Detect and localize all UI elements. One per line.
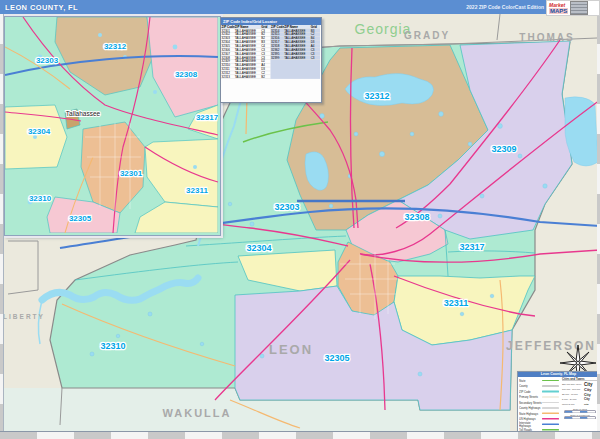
zip-index-title: ZIP Code Index/Grid Locator — [221, 18, 321, 25]
zip-index-left-column: ZIP CodeZIP NameGrid32301TALLAHASSEEC332… — [221, 25, 271, 79]
legend-cities: Cities and Towns 250,000 and AboveCity10… — [562, 378, 598, 433]
inset-zip-32317: 32317 — [196, 113, 218, 122]
logo-brand-2: MAPS — [549, 8, 568, 14]
grid-ruler-left — [0, 14, 4, 431]
county-label-wakulla: WAKULLA — [163, 407, 232, 419]
legend-cities-header: Cities and Towns — [562, 378, 598, 382]
zip-label-32308: 32308 — [404, 212, 429, 222]
edition-label: 2022 ZIP Code ColorCast Edition — [466, 4, 544, 10]
zip-label-32309: 32309 — [491, 144, 516, 154]
legend-road-items: StateCountyZIP CodePrimary StreetsSecond… — [519, 378, 562, 433]
county-label-thomas: THOMAS — [519, 32, 574, 43]
inset-zip-32301: 32301 — [120, 169, 143, 178]
zip-label-32303: 32303 — [274, 202, 299, 212]
county-label-liberty: LIBERTY — [3, 313, 45, 320]
inset-zip-32304: 32304 — [28, 127, 51, 136]
inset-zip-32312: 32312 — [104, 42, 127, 51]
county-label-leon: LEON — [269, 342, 313, 357]
publisher-logo: Market MAPS — [546, 0, 600, 16]
zip-label-32312: 32312 — [364, 91, 389, 101]
page-title: LEON COUNTY, FL — [0, 3, 78, 12]
legend-city-class-row: Under 5,000City — [562, 402, 598, 407]
zip-index-row: 32399TALLAHASSEEC3 — [271, 56, 321, 60]
city-label-tallahassee: Tallahassee — [66, 110, 101, 117]
inset-zip-32305: 32305 — [69, 214, 92, 223]
zip-label-32304: 32304 — [246, 243, 271, 253]
scale-bar-km — [565, 417, 596, 420]
inset-zip-32311: 32311 — [186, 186, 208, 195]
map-legend: Leon County, FL Map StateCountyZIP CodeP… — [517, 371, 600, 439]
zip-label-32310: 32310 — [100, 341, 125, 351]
zip-label-32305: 32305 — [324, 353, 349, 363]
inset-zip-32303: 32303 — [36, 56, 59, 65]
state-label-georgia: Georgia — [355, 21, 412, 37]
logo-badge — [570, 1, 588, 15]
zip-label-32311: 32311 — [444, 298, 469, 308]
scale-bar-miles — [565, 411, 596, 414]
title-bar: LEON COUNTY, FL 2022 ZIP Code ColorCast … — [0, 0, 600, 14]
inset-zip-32308: 32308 — [175, 70, 198, 79]
tallahassee-inset-map: Tallahassee 32303 32312 32308 32317 3230… — [4, 16, 221, 236]
zip-index-table: ZIP Code Index/Grid Locator ZIP CodeZIP … — [220, 17, 322, 103]
zip-index-row: 32313TALLAHASSEEB2 — [221, 75, 271, 79]
zip-index-right-column: ZIP CodeZIP NameGrid32314TALLAHASSEEB332… — [271, 25, 321, 79]
map-page: Georgia GRADY THOMAS JEFFERSON WAKULLA L… — [0, 0, 600, 439]
grid-ruler-bottom — [0, 431, 600, 439]
inset-zip-32310: 32310 — [29, 194, 52, 203]
county-label-grady: GRADY — [404, 30, 450, 41]
zip-label-32317: 32317 — [459, 242, 484, 252]
